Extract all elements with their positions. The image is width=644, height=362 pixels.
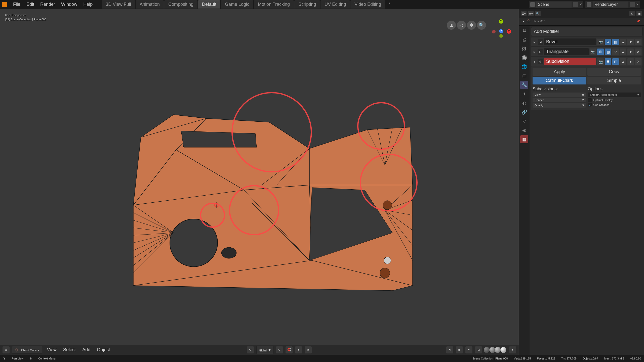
tab-texture[interactable]: ▦ (520, 135, 528, 143)
overlays-toggle[interactable]: ◉ (456, 346, 463, 353)
expand-toggle[interactable]: ▸ (532, 40, 537, 44)
workspace-tab[interactable]: Video Editing (350, 0, 385, 9)
gizmo-toggle[interactable]: ↯ (446, 346, 453, 353)
optimal-display-check[interactable]: Optimal Display (588, 98, 641, 102)
menu-file[interactable]: File (10, 1, 23, 8)
filter-icon[interactable]: ⚙ (629, 11, 635, 16)
type-simple[interactable]: Simple (587, 77, 641, 84)
new-collection-icon[interactable]: ▣ (636, 11, 642, 16)
view-levels-input[interactable]: View:0 (533, 93, 586, 97)
menu-help[interactable]: Help (80, 1, 96, 8)
pin-icon[interactable]: 📌 (636, 20, 640, 23)
renderlayer-selector[interactable]: ✕ (585, 1, 640, 8)
proportional-toggle[interactable]: ◉ (305, 346, 312, 353)
realtime-toggle[interactable]: 🖥 (605, 39, 611, 45)
tab-physics[interactable]: ◐ (520, 99, 528, 107)
move-up-button[interactable]: ▲ (620, 49, 626, 55)
tab-constraints[interactable]: 🔗 (520, 108, 528, 116)
tab-modifiers[interactable]: 🔧 (520, 81, 528, 89)
tab-object[interactable]: ▢ (520, 72, 528, 80)
menu-window[interactable]: Window (58, 1, 80, 8)
shading-modes[interactable] (485, 347, 507, 353)
workspace-tab[interactable]: Compositing (164, 0, 197, 9)
editmode-toggle[interactable]: ▤ (612, 39, 619, 45)
status-verts: Verts:139,115 (514, 357, 531, 360)
orientation-icon[interactable]: ⟲ (247, 346, 254, 353)
realtime-toggle[interactable]: 🖥 (605, 58, 611, 65)
menu-object[interactable]: Object (95, 346, 112, 353)
outliner-editor-icon[interactable]: ☰▾ (521, 11, 527, 16)
scene-selector[interactable]: ✕ (529, 1, 583, 8)
render-toggle[interactable]: 📷 (597, 39, 604, 45)
quality-input[interactable]: Quality:3 (533, 103, 586, 108)
menu-add[interactable]: Add (80, 346, 92, 353)
3d-viewport[interactable]: User Perspective (29) Scene Collection |… (0, 9, 519, 355)
renderlayer-delete-button[interactable]: ✕ (636, 3, 638, 6)
mode-selector[interactable]: Object Mode ▾ (12, 346, 42, 354)
tab-material[interactable]: ◉ (520, 126, 528, 134)
cage-toggle[interactable]: ▽ (612, 49, 619, 55)
expand-toggle[interactable]: ▾ (532, 60, 537, 64)
scene-new-button[interactable] (573, 2, 578, 7)
shading-rendered-icon[interactable] (500, 347, 507, 353)
use-creases-check[interactable]: Use Creases (588, 103, 641, 107)
scene-delete-button[interactable]: ✕ (580, 3, 582, 6)
workspace-tab[interactable]: Game Logic (221, 0, 253, 9)
shading-options[interactable]: ▾ (509, 346, 516, 353)
workspace-tab[interactable]: Animation (136, 0, 164, 9)
menu-render[interactable]: Render (37, 1, 58, 8)
tab-world[interactable]: 🌐 (520, 63, 528, 71)
xray-toggle[interactable]: ⊡ (475, 346, 482, 353)
workspace-add-button[interactable]: + (386, 0, 393, 9)
tab-render[interactable]: 🖥 (520, 27, 528, 35)
menu-edit[interactable]: Edit (23, 1, 37, 8)
editmode-toggle[interactable]: ▤ (605, 49, 611, 55)
scene-name-input[interactable] (536, 2, 572, 8)
tab-output[interactable]: 🖨 (520, 36, 528, 44)
menu-view[interactable]: View (45, 346, 59, 353)
delete-modifier-button[interactable]: ✕ (635, 49, 641, 55)
outliner-search[interactable] (542, 11, 628, 17)
delete-modifier-button[interactable]: ✕ (635, 39, 641, 45)
modifier-name-input[interactable]: Bevel (544, 38, 596, 45)
modifier-name-input[interactable]: Triangulate (544, 48, 589, 55)
realtime-toggle[interactable]: 🖥 (597, 49, 604, 55)
copy-button[interactable]: Copy (587, 68, 641, 76)
snap-options[interactable]: ▾ (295, 346, 302, 353)
renderlayer-name-input[interactable] (593, 2, 628, 8)
renderlayer-new-button[interactable] (630, 2, 635, 7)
move-down-button[interactable]: ▼ (627, 58, 634, 65)
render-toggle[interactable]: 📷 (590, 49, 596, 55)
tab-particles[interactable]: ✦ (520, 90, 528, 98)
workspace-tab[interactable]: 3D View Full (102, 0, 135, 9)
workspace-tab[interactable]: UV Editing (320, 0, 350, 9)
editmode-toggle[interactable]: ▤ (612, 58, 619, 65)
move-down-button[interactable]: ▼ (627, 39, 634, 45)
move-down-button[interactable]: ▼ (627, 49, 634, 55)
editor-type-icon[interactable]: ▦ (3, 346, 10, 353)
menu-select[interactable]: Select (61, 346, 78, 353)
tab-scene[interactable]: 🔘 (520, 54, 528, 62)
apply-button[interactable]: Apply (533, 68, 586, 76)
workspace-tab[interactable]: Motion Tracking (254, 0, 294, 9)
render-toggle[interactable]: 📷 (597, 58, 604, 65)
delete-modifier-button[interactable]: ✕ (635, 58, 641, 65)
workspace-tab-active[interactable]: Default (198, 0, 220, 9)
modifier-name-input[interactable]: Subdivision (544, 58, 596, 65)
tab-viewlayer[interactable]: 🖼 (520, 45, 528, 53)
outliner-row[interactable]: ▸ Plane.008 📌 (519, 18, 644, 24)
add-modifier-button[interactable]: Add Modifier (531, 27, 642, 36)
render-levels-input[interactable]: Render:2 (533, 98, 586, 102)
uv-smooth-select[interactable]: Smooth, keep corners▾ (588, 93, 641, 97)
type-catmullclark[interactable]: Catmull-Clark (533, 77, 586, 84)
tab-mesh[interactable]: ▽ (520, 117, 528, 125)
move-up-button[interactable]: ▲ (620, 39, 626, 45)
expand-toggle[interactable]: ▸ (532, 50, 537, 54)
workspace-tab[interactable]: Scripting (294, 0, 320, 9)
orientation-selector[interactable]: Global ▾ (256, 346, 273, 354)
outliner-display-mode[interactable]: ▭▾ (528, 11, 534, 16)
move-up-button[interactable]: ▲ (620, 58, 626, 65)
overlay-options[interactable]: ▾ (465, 346, 472, 353)
snap-toggle[interactable]: 🧲 (286, 346, 293, 353)
pivot-icon[interactable]: ⊙ (276, 346, 283, 353)
